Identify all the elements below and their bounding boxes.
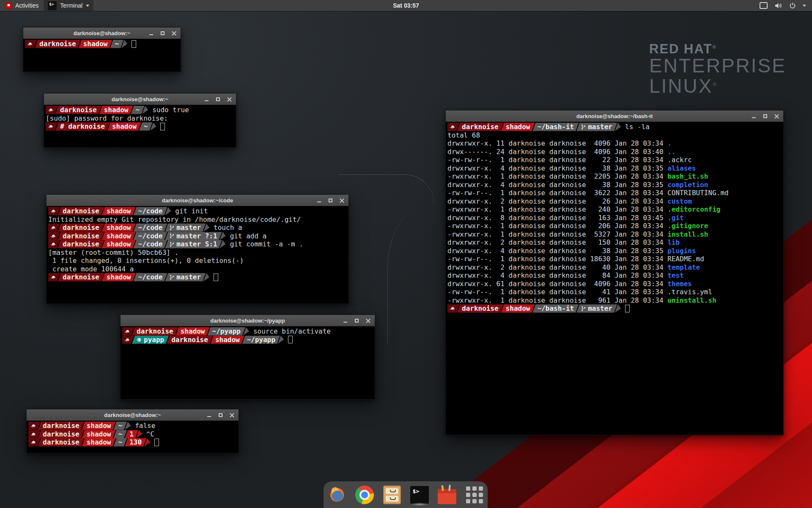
file-name: template xyxy=(667,263,700,271)
prompt-line: darknoiseshadow~false xyxy=(28,422,239,430)
window-title: darknoise@shadow:~/pyapp xyxy=(121,318,375,324)
close-button[interactable] xyxy=(340,198,344,203)
file-name: bash_it.sh xyxy=(667,172,708,180)
file-list-row: drwxrwxr-x. 4 darknoise darknoise 84 Jan… xyxy=(447,271,783,280)
file-name: CONTRIBUTING.md xyxy=(667,189,729,197)
terminal-window-code[interactable]: darknoise@shadow:~/codedarknoiseshadow~/… xyxy=(46,194,349,304)
terminal-window-bash-it[interactable]: darknoise@shadow:~/bash-itdarknoiseshado… xyxy=(445,110,784,435)
window-titlebar[interactable]: darknoise@shadow:~/pyapp xyxy=(121,315,375,326)
redhat-fedora-icon xyxy=(50,234,56,238)
terminal-window-pyapp[interactable]: darknoise@shadow:~/pyappdarknoiseshadow~… xyxy=(120,315,375,400)
terminal-content[interactable]: darknoiseshadow~sudo true[sudo] password… xyxy=(44,105,236,147)
prompt-segment-user: darknoise xyxy=(167,336,213,344)
prompt-segment-host: shadow xyxy=(102,273,136,282)
output-line: total 68 xyxy=(447,131,783,140)
minimize-button[interactable] xyxy=(317,198,321,203)
dock-app-grid-icon[interactable] xyxy=(464,485,485,505)
file-name: .git xyxy=(667,214,684,222)
prompt-line: darknoiseshadow~/codegit init xyxy=(48,207,348,215)
close-button[interactable] xyxy=(774,114,779,119)
file-name: install.sh xyxy=(667,230,708,238)
chevron-down-icon xyxy=(803,5,806,7)
terminal-window-sudo[interactable]: darknoise@shadow:~darknoiseshadow~sudo t… xyxy=(44,93,236,148)
prompt-hat-segment xyxy=(447,304,459,313)
activities-button[interactable]: Activities xyxy=(0,0,44,11)
volume-icon xyxy=(774,3,782,9)
redhat-logo-icon xyxy=(5,2,12,9)
command-text: false xyxy=(135,422,155,430)
prompt-hat-segment xyxy=(25,40,37,48)
prompt-segment-user: darknoise xyxy=(132,327,178,336)
output-line: Initialized empty Git repository in /hom… xyxy=(48,215,348,224)
output-text: Initialized empty Git repository in /hom… xyxy=(48,215,301,224)
terminal-content[interactable]: darknoiseshadow~falsedarknoiseshadow~1^C… xyxy=(27,421,239,453)
file-list-text: drwxrwxr-x. 2 darknoise darknoise 26 Jan… xyxy=(447,197,692,206)
terminal-app-icon: $> xyxy=(48,1,57,10)
minimize-button[interactable] xyxy=(752,114,756,119)
prompt-segment-host: shadow xyxy=(82,430,116,439)
close-button[interactable] xyxy=(227,97,232,102)
file-list-row: -rw-rw-r--. 1 darknoise darknoise 41 Jan… xyxy=(447,288,783,296)
terminal-content[interactable]: darknoiseshadow~/pyappsource bin/activat… xyxy=(121,326,375,399)
prompt-segment-exit: 130 xyxy=(125,438,146,447)
maximize-button[interactable] xyxy=(160,31,165,36)
terminal-window-home-idle[interactable]: darknoise@shadow:~darknoiseshadow~ xyxy=(23,27,181,72)
dock-files-icon[interactable] xyxy=(382,485,402,505)
output-text: total 68 xyxy=(447,131,480,140)
window-titlebar[interactable]: darknoise@shadow:~ xyxy=(27,409,239,421)
file-name: aliases xyxy=(667,164,696,172)
prompt-segment-host: shadow xyxy=(102,207,136,215)
prompt-hat-segment xyxy=(122,336,134,344)
file-name: completion xyxy=(667,181,708,189)
minimize-button[interactable] xyxy=(207,413,211,417)
system-status-area[interactable] xyxy=(754,0,812,11)
window-titlebar[interactable]: darknoise@shadow:~/code xyxy=(47,195,348,206)
terminal-content[interactable]: darknoiseshadow~/codegit initInitialized… xyxy=(47,206,348,304)
file-name: lib xyxy=(667,238,680,246)
maximize-button[interactable] xyxy=(354,318,359,323)
minimize-button[interactable] xyxy=(204,97,209,102)
dock-terminal-icon[interactable]: $> xyxy=(409,485,430,505)
terminal-window-exit-codes[interactable]: darknoise@shadow:~darknoiseshadow~falsed… xyxy=(26,409,239,453)
prompt-segment-user: darknoise xyxy=(58,207,104,215)
terminal-active-indicator xyxy=(411,502,428,506)
prompt-line: darknoiseshadow~/codemaster ?:1git add a xyxy=(48,232,348,240)
redhat-fedora-icon xyxy=(50,275,56,279)
output-text: [sudo] password for darknoise: xyxy=(46,114,168,123)
git-branch-icon xyxy=(581,306,586,312)
minimize-button[interactable] xyxy=(149,31,154,36)
file-name: themes xyxy=(667,280,692,288)
close-button[interactable] xyxy=(172,31,176,36)
prompt-segment-exit: 1 xyxy=(125,430,138,439)
maximize-button[interactable] xyxy=(328,198,333,203)
clock[interactable]: Sat 03:57 xyxy=(0,2,812,9)
terminal-content[interactable]: darknoiseshadow~/bash-itmasterls -latota… xyxy=(446,122,783,435)
app-menu-terminal[interactable]: $> Terminal xyxy=(44,0,93,11)
maximize-button[interactable] xyxy=(763,114,768,119)
close-button[interactable] xyxy=(366,318,370,323)
prompt-line: darknoiseshadow~/bash-itmaster xyxy=(447,304,783,313)
file-list-text: drwxrwxr-x. 4 darknoise darknoise 38 Jan… xyxy=(447,164,696,173)
window-titlebar[interactable]: darknoise@shadow:~ xyxy=(23,28,181,39)
file-list-text: -rwxrwxr-x. 1 darknoise darknoise 240 Ja… xyxy=(447,205,720,214)
dock-firefox-icon[interactable] xyxy=(327,485,347,505)
file-list-text: -rwxrwxr-x. 1 darknoise darknoise 961 Ja… xyxy=(447,296,716,305)
file-list-row: -rwxrwxr-x. 1 darknoise darknoise 961 Ja… xyxy=(447,296,783,305)
chevron-down-icon xyxy=(86,5,89,7)
minimize-button[interactable] xyxy=(343,318,348,323)
maximize-button[interactable] xyxy=(216,97,220,102)
file-list-row: drwxrwxr-x. 2 darknoise darknoise 40 Jan… xyxy=(447,263,783,272)
close-button[interactable] xyxy=(230,413,234,417)
prompt-line: darknoiseshadow~ xyxy=(25,40,181,48)
prompt-line: darknoiseshadow~/codemaster S:1git commi… xyxy=(48,240,348,248)
terminal-content[interactable]: darknoiseshadow~ xyxy=(23,39,181,72)
prompt-segment-user: darknoise xyxy=(58,232,104,240)
dock-toolbox-icon[interactable] xyxy=(437,485,457,505)
window-titlebar[interactable]: darknoise@shadow:~/bash-it xyxy=(446,110,783,122)
maximize-button[interactable] xyxy=(218,413,223,417)
prompt-segment-user: # darknoise xyxy=(55,122,110,131)
window-titlebar[interactable]: darknoise@shadow:~ xyxy=(44,94,236,105)
brand-line-enterprise: ENTERPRISE xyxy=(649,56,786,76)
dock-chrome-icon[interactable] xyxy=(354,485,375,505)
terminal-cursor xyxy=(625,305,630,312)
